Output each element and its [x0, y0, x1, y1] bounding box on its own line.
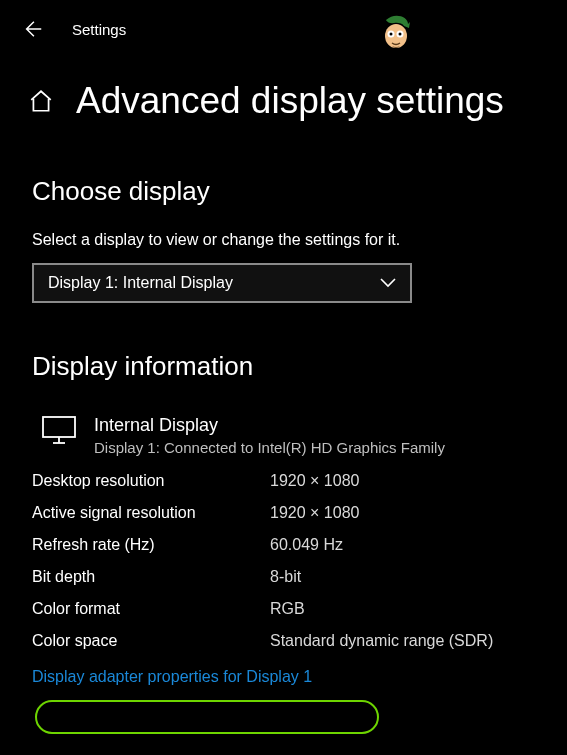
property-row: Active signal resolution1920 × 1080 [32, 504, 535, 522]
property-value: 60.049 Hz [270, 536, 343, 554]
page-title-row: Advanced display settings [0, 48, 567, 122]
display-connection: Display 1: Connected to Intel(R) HD Grap… [94, 437, 445, 458]
choose-display-helper: Select a display to view or change the s… [32, 231, 535, 249]
property-label: Color space [32, 632, 270, 650]
choose-display-section: Choose display Select a display to view … [0, 176, 567, 303]
property-label: Desktop resolution [32, 472, 270, 490]
choose-display-heading: Choose display [32, 176, 535, 207]
property-row: Bit depth8-bit [32, 568, 535, 586]
chevron-down-icon [380, 274, 396, 292]
property-row: Color formatRGB [32, 600, 535, 618]
property-row: Color spaceStandard dynamic range (SDR) [32, 632, 535, 650]
display-name: Internal Display [94, 414, 445, 437]
display-summary: Internal Display Display 1: Connected to… [32, 414, 535, 458]
property-label: Bit depth [32, 568, 270, 586]
topbar-title: Settings [72, 21, 126, 38]
display-information-heading: Display information [32, 351, 535, 382]
topbar: Settings [0, 0, 567, 48]
display-select-label: Display 1: Internal Display [48, 274, 233, 292]
property-value: 8-bit [270, 568, 301, 586]
property-value: 1920 × 1080 [270, 504, 359, 522]
property-value: RGB [270, 600, 305, 618]
page-title: Advanced display settings [76, 80, 504, 122]
display-information-section: Display information Internal Display Dis… [0, 351, 567, 690]
property-label: Refresh rate (Hz) [32, 536, 270, 554]
property-row: Desktop resolution1920 × 1080 [32, 472, 535, 490]
property-label: Active signal resolution [32, 504, 270, 522]
property-row: Refresh rate (Hz)60.049 Hz [32, 536, 535, 554]
annotation-highlight [35, 700, 379, 734]
svg-rect-5 [43, 417, 75, 437]
property-label: Color format [32, 600, 270, 618]
back-icon[interactable] [22, 18, 44, 40]
property-value: Standard dynamic range (SDR) [270, 632, 493, 650]
property-value: 1920 × 1080 [270, 472, 359, 490]
display-adapter-link[interactable]: Display adapter properties for Display 1 [24, 664, 320, 690]
display-select[interactable]: Display 1: Internal Display [32, 263, 412, 303]
home-icon[interactable] [28, 88, 54, 114]
monitor-icon [42, 416, 76, 444]
display-properties: Desktop resolution1920 × 1080Active sign… [32, 472, 535, 650]
